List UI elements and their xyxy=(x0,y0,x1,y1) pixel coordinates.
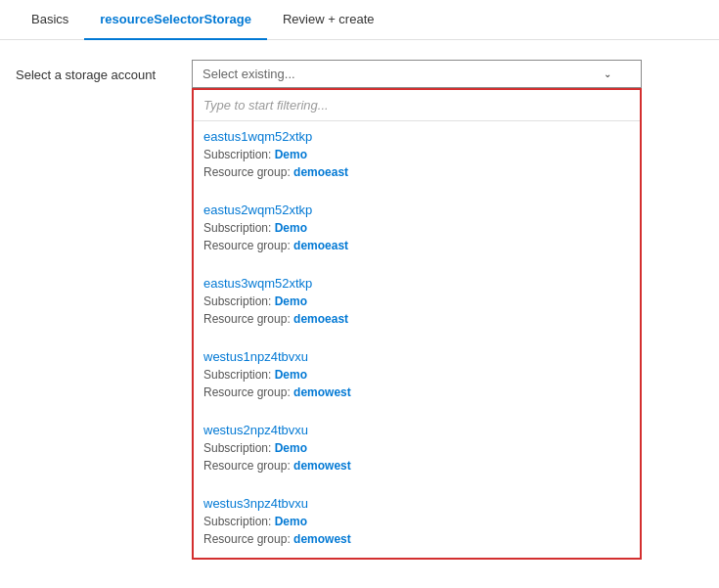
resource-group-detail: Resource group: demowest xyxy=(203,530,630,548)
tab-reviewCreate[interactable]: Review + create xyxy=(267,0,390,40)
account-name: eastus1wqm52xtkp xyxy=(203,129,630,144)
resource-group-detail: Resource group: demowest xyxy=(203,457,630,475)
resource-group-detail: Resource group: demoeast xyxy=(203,163,630,181)
storage-dropdown-container: Select existing... ⌄ eastus1wqm52xtkpSub… xyxy=(192,60,642,560)
subscription-detail: Subscription: Demo xyxy=(203,293,630,310)
account-name: eastus3wqm52xtkp xyxy=(203,276,630,291)
resource-group-detail: Resource group: demowest xyxy=(203,384,630,401)
subscription-detail: Subscription: Demo xyxy=(203,366,630,384)
subscription-detail: Subscription: Demo xyxy=(203,146,630,163)
tabs-bar: BasicsresourceSelectorStorageReview + cr… xyxy=(0,0,719,40)
subscription-detail: Subscription: Demo xyxy=(203,439,630,457)
tab-resourceSelectorStorage[interactable]: resourceSelectorStorage xyxy=(84,0,267,40)
dropdown-select[interactable]: Select existing... ⌄ xyxy=(192,60,642,88)
account-name: westus3npz4tbvxu xyxy=(203,496,630,511)
account-name: westus1npz4tbvxu xyxy=(203,349,630,364)
content-area: Select a storage account Select existing… xyxy=(0,40,719,579)
subscription-detail: Subscription: Demo xyxy=(203,219,630,237)
account-name: westus2npz4tbvxu xyxy=(203,423,630,437)
storage-list: eastus1wqm52xtkpSubscription: DemoResour… xyxy=(194,121,640,558)
subscription-detail: Subscription: Demo xyxy=(203,513,630,530)
chevron-down-icon: ⌄ xyxy=(604,68,611,79)
dropdown-placeholder: Select existing... xyxy=(202,67,295,81)
resource-group-detail: Resource group: demoeast xyxy=(203,310,630,328)
filter-input[interactable] xyxy=(194,90,640,121)
storage-item[interactable]: eastus2wqm52xtkpSubscription: DemoResour… xyxy=(194,195,640,264)
field-label: Select a storage account xyxy=(16,60,172,82)
storage-item[interactable]: westus3npz4tbvxuSubscription: DemoResour… xyxy=(194,488,640,558)
storage-item[interactable]: westus1npz4tbvxuSubscription: DemoResour… xyxy=(194,341,640,411)
storage-item[interactable]: eastus3wqm52xtkpSubscription: DemoResour… xyxy=(194,268,640,338)
dropdown-panel: eastus1wqm52xtkpSubscription: DemoResour… xyxy=(192,88,642,560)
storage-item[interactable]: eastus1wqm52xtkpSubscription: DemoResour… xyxy=(194,121,640,191)
account-name: eastus2wqm52xtkp xyxy=(203,203,630,217)
resource-group-detail: Resource group: demoeast xyxy=(203,237,630,254)
tab-basics[interactable]: Basics xyxy=(16,0,84,40)
storage-item[interactable]: westus2npz4tbvxuSubscription: DemoResour… xyxy=(194,415,640,484)
